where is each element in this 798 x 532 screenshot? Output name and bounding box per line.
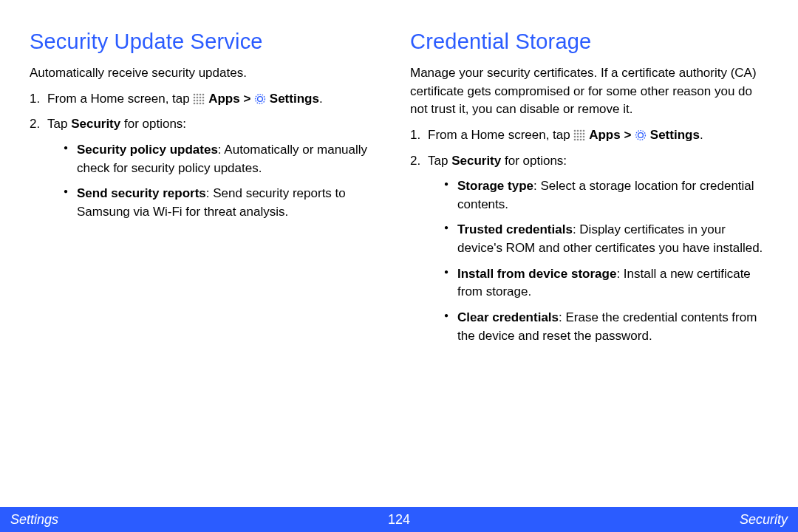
page-footer: Settings 124 Security bbox=[0, 507, 798, 532]
svg-point-3 bbox=[202, 94, 205, 96]
step-item: From a Home screen, tap Apps > Settings. bbox=[30, 90, 388, 109]
svg-point-32 bbox=[580, 139, 582, 141]
svg-point-33 bbox=[583, 139, 585, 141]
svg-point-23 bbox=[577, 133, 579, 135]
step-item: From a Home screen, tap Apps > Settings. bbox=[410, 126, 768, 145]
step-item: Tap Security for options: Storage type: … bbox=[410, 152, 768, 346]
svg-point-5 bbox=[197, 97, 199, 99]
svg-point-7 bbox=[202, 97, 205, 99]
separator: > bbox=[243, 92, 254, 106]
apps-grid-icon bbox=[193, 92, 205, 104]
svg-point-1 bbox=[197, 94, 199, 96]
svg-point-25 bbox=[583, 133, 585, 135]
svg-point-6 bbox=[200, 97, 202, 99]
security-label: Security bbox=[451, 154, 501, 168]
text: From a Home screen, tap bbox=[428, 128, 573, 142]
right-column: Credential Storage Manage your security … bbox=[410, 30, 768, 352]
svg-point-8 bbox=[194, 100, 196, 102]
separator: > bbox=[624, 128, 635, 142]
svg-point-19 bbox=[577, 130, 579, 132]
text: Tap bbox=[428, 154, 451, 168]
svg-point-4 bbox=[194, 97, 196, 99]
svg-point-26 bbox=[574, 136, 576, 138]
options-list: Storage type: Select a storage location … bbox=[428, 177, 768, 345]
step-item: Tap Security for options: Security polic… bbox=[30, 115, 388, 221]
steps-list: From a Home screen, tap Apps > Settings. bbox=[410, 126, 768, 345]
option-item: Send security reports: Send security rep… bbox=[64, 185, 388, 221]
option-title: Security policy updates bbox=[77, 143, 218, 157]
section-heading-credential-storage: Credential Storage bbox=[410, 30, 768, 54]
svg-point-17 bbox=[258, 97, 263, 102]
left-column: Security Update Service Automatically re… bbox=[30, 30, 388, 352]
svg-point-34 bbox=[636, 131, 646, 140]
footer-right: Security bbox=[740, 512, 788, 528]
intro-text: Automatically receive security updates. bbox=[30, 64, 388, 83]
svg-point-31 bbox=[577, 139, 579, 141]
option-title: Clear credentials bbox=[457, 310, 559, 324]
option-item: Clear credentials: Erase the credential … bbox=[444, 309, 768, 345]
svg-point-11 bbox=[202, 100, 205, 102]
text: . bbox=[319, 92, 323, 106]
svg-point-18 bbox=[574, 130, 576, 132]
svg-point-13 bbox=[197, 103, 199, 105]
text: for options: bbox=[501, 154, 567, 168]
svg-point-0 bbox=[194, 94, 196, 96]
svg-point-10 bbox=[200, 100, 202, 102]
option-item: Install from device storage: Install a n… bbox=[444, 265, 768, 301]
apps-label: Apps bbox=[589, 128, 621, 142]
svg-point-20 bbox=[580, 130, 582, 132]
svg-point-28 bbox=[580, 136, 582, 138]
svg-point-21 bbox=[583, 130, 585, 132]
settings-gear-icon bbox=[254, 92, 266, 104]
option-title: Storage type bbox=[457, 179, 533, 193]
svg-point-12 bbox=[194, 103, 196, 105]
steps-list: From a Home screen, tap Apps > Settings. bbox=[30, 90, 388, 222]
options-list: Security policy updates: Automatically o… bbox=[47, 141, 388, 222]
option-title: Send security reports bbox=[77, 186, 206, 200]
footer-left: Settings bbox=[10, 512, 58, 528]
svg-point-15 bbox=[202, 103, 205, 105]
text: Tap bbox=[47, 117, 71, 131]
option-item: Security policy updates: Automatically o… bbox=[64, 141, 388, 177]
svg-point-24 bbox=[580, 133, 582, 135]
footer-page-number: 124 bbox=[388, 512, 410, 528]
svg-point-14 bbox=[200, 103, 202, 105]
apps-grid-icon bbox=[573, 129, 585, 140]
svg-point-35 bbox=[638, 133, 644, 138]
text: . bbox=[700, 128, 703, 142]
option-item: Storage type: Select a storage location … bbox=[444, 177, 768, 214]
page-content: Security Update Service Automatically re… bbox=[0, 0, 798, 352]
svg-point-16 bbox=[256, 95, 265, 104]
option-title: Install from device storage bbox=[457, 267, 616, 281]
apps-label: Apps bbox=[208, 92, 240, 106]
svg-point-22 bbox=[574, 133, 576, 135]
option-title: Trusted credentials bbox=[457, 222, 573, 236]
intro-text: Manage your security certificates. If a … bbox=[410, 64, 768, 119]
settings-gear-icon bbox=[635, 129, 647, 140]
section-heading-security-update: Security Update Service bbox=[30, 30, 388, 54]
option-item: Trusted credentials: Display certificate… bbox=[444, 221, 768, 257]
svg-point-9 bbox=[197, 100, 199, 102]
text: From a Home screen, tap bbox=[47, 92, 193, 106]
svg-point-2 bbox=[200, 94, 202, 96]
settings-label: Settings bbox=[270, 92, 319, 106]
svg-point-29 bbox=[583, 136, 585, 138]
security-label: Security bbox=[71, 117, 120, 131]
svg-point-30 bbox=[574, 139, 576, 141]
text: for options: bbox=[120, 117, 186, 131]
settings-label: Settings bbox=[650, 128, 700, 142]
svg-point-27 bbox=[577, 136, 579, 138]
